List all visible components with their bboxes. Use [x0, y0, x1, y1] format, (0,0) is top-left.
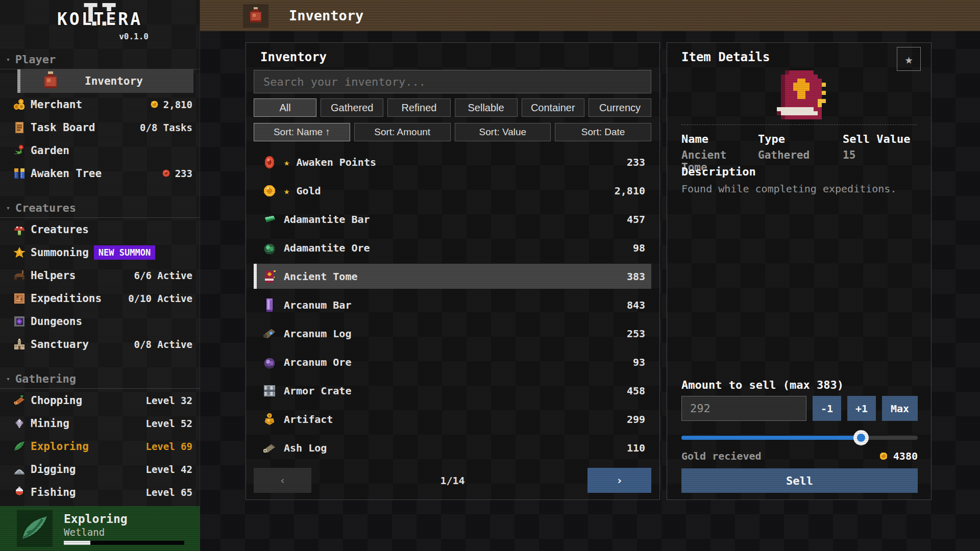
- new-summon-badge: NEW SUMMON: [94, 245, 155, 260]
- next-page-button[interactable]: ›: [587, 468, 651, 493]
- item-row-adamantite-bar[interactable]: Adamantite Bar457: [254, 207, 651, 232]
- item-amount: 383: [627, 270, 645, 283]
- section-header-player[interactable]: ▾Player: [0, 52, 200, 69]
- sort-button-sort-amount[interactable]: Sort: Amount: [354, 123, 451, 141]
- sell-button[interactable]: Sell: [681, 468, 918, 493]
- gold-received-label: Gold recieved: [681, 450, 762, 462]
- favorite-star-button[interactable]: ★: [897, 47, 921, 71]
- sidebar-item-inventory[interactable]: Inventory: [17, 69, 193, 93]
- description-block: Description Found while completing exped…: [681, 165, 917, 195]
- sidebar-item-label: Chopping: [31, 394, 82, 407]
- filter-tab-refined[interactable]: Refined: [387, 98, 450, 117]
- sidebar-item-task-board[interactable]: Task Board0/8 Tasks: [0, 116, 200, 139]
- filter-tab-currency[interactable]: Currency: [589, 98, 651, 117]
- inventory-panel: Inventory AllGatheredRefinedSellableCont…: [246, 42, 660, 500]
- activity-location: Wetland: [64, 527, 184, 538]
- item-name: Arcanum Log: [284, 328, 351, 340]
- sidebar-item-creatures[interactable]: Creatures: [0, 218, 200, 241]
- amount-slider[interactable]: [681, 430, 918, 445]
- sidebar-item-helpers[interactable]: Helpers6/6 Active: [0, 264, 200, 287]
- item-amount: 2,810: [615, 185, 645, 197]
- chevron-down-icon: ▾: [6, 204, 10, 212]
- sidebar-item-dungeons[interactable]: Dungeons: [0, 310, 200, 333]
- amount-input[interactable]: [681, 396, 806, 421]
- sidebar-item-awaken-tree[interactable]: Awaken Tree233: [0, 162, 200, 185]
- sidebar-item-value: Level 52: [145, 418, 192, 429]
- item-name: Ash Log: [284, 442, 327, 454]
- summon-star-icon: [13, 246, 26, 259]
- sidebar-item-label: Exploring: [31, 440, 89, 453]
- sidebar-item-value: Level 42: [145, 464, 192, 475]
- search-input[interactable]: [254, 70, 651, 93]
- section-label: Creatures: [15, 202, 76, 214]
- item-amount: 299: [627, 413, 645, 425]
- activity-title: Exploring: [64, 512, 184, 525]
- sidebar-section-creatures: ▾CreaturesCreaturesSummoningNEW SUMMONHe…: [0, 201, 200, 356]
- sidebar-item-sanctuary[interactable]: Sanctuary0/8 Active: [0, 333, 200, 356]
- type-label: Type: [758, 133, 843, 145]
- item-list: ★Awaken Points233★Gold2,810Adamantite Ba…: [254, 149, 651, 464]
- description-label: Description: [681, 165, 917, 178]
- arcanum-bar-icon: [262, 297, 277, 313]
- sidebar-item-value: 0/8 Tasks: [140, 122, 192, 133]
- sidebar-item-merchant[interactable]: Merchant2,810: [0, 93, 200, 116]
- sidebar-item-label: Dungeons: [31, 315, 82, 328]
- activity-banner[interactable]: Exploring Wetland: [0, 506, 200, 551]
- item-row-adamantite-ore[interactable]: Adamantite Ore98: [254, 235, 651, 260]
- sidebar-item-garden[interactable]: Garden: [0, 139, 200, 162]
- amount-to-sell-label: Amount to sell (max 383): [681, 379, 918, 391]
- sidebar-item-label: Sanctuary: [31, 338, 89, 350]
- map-icon: [13, 292, 26, 305]
- flower-icon: [13, 144, 26, 157]
- filter-tab-container[interactable]: Container: [522, 98, 584, 117]
- item-details-title: Item Details: [681, 50, 931, 64]
- item-row-arcanum-log[interactable]: Arcanum Log253: [254, 321, 651, 346]
- item-amount: 233: [627, 156, 645, 168]
- sidebar-item-summoning[interactable]: SummoningNEW SUMMON: [0, 241, 200, 264]
- item-row-ancient-tome[interactable]: Ancient Tome383: [254, 264, 651, 289]
- sidebar-item-fishing[interactable]: FishingLevel 65: [0, 481, 200, 504]
- sidebar: II KOLTERA v0.1.0 ▾PlayerInventoryMercha…: [0, 0, 200, 551]
- item-row-gold[interactable]: ★Gold2,810: [254, 178, 651, 203]
- max-button[interactable]: Max: [882, 396, 918, 421]
- app-window: II KOLTERA v0.1.0 ▾PlayerInventoryMercha…: [0, 0, 980, 551]
- filter-tab-all[interactable]: All: [254, 98, 316, 117]
- sidebar-item-label: Merchant: [31, 98, 82, 111]
- description-text: Found while completing expeditions.: [681, 183, 917, 195]
- item-name: Ancient Tome: [284, 270, 358, 283]
- sell-block: Amount to sell (max 383) -1 +1 Max Gold …: [681, 379, 918, 493]
- favorite-star-icon: ★: [284, 157, 289, 168]
- sidebar-item-label: Task Board: [31, 121, 95, 134]
- item-row-arcanum-bar[interactable]: Arcanum Bar843: [254, 292, 651, 317]
- item-row-armor-crate[interactable]: Armor Crate458: [254, 378, 651, 403]
- sidebar-item-label: Garden: [31, 144, 69, 157]
- taskboard-icon: [13, 121, 26, 134]
- sort-button-sort-name[interactable]: Sort: Name ↑: [254, 123, 350, 141]
- minus-one-button[interactable]: -1: [813, 396, 841, 421]
- sidebar-item-mining[interactable]: MiningLevel 52: [0, 412, 200, 435]
- section-header-gathering[interactable]: ▾Gathering: [0, 371, 200, 389]
- mushroom-icon: [13, 223, 26, 236]
- item-row-awaken-points[interactable]: ★Awaken Points233: [254, 149, 651, 174]
- sidebar-item-digging[interactable]: DiggingLevel 42: [0, 458, 200, 481]
- slider-handle[interactable]: [853, 430, 869, 445]
- item-row-arcanum-ore[interactable]: Arcanum Ore93: [254, 349, 651, 374]
- sidebar-item-exploring[interactable]: ExploringLevel 69: [0, 435, 200, 458]
- sidebar-item-expeditions[interactable]: Expeditions0/10 Active: [0, 287, 200, 310]
- prev-page-button[interactable]: ‹: [254, 468, 311, 493]
- plus-one-button[interactable]: +1: [847, 396, 876, 421]
- filter-tab-sellable[interactable]: Sellable: [455, 98, 518, 117]
- sidebar-item-chopping[interactable]: ChoppingLevel 32: [0, 389, 200, 412]
- gold-coin-icon: [150, 99, 159, 109]
- sort-button-sort-value[interactable]: Sort: Value: [455, 123, 551, 141]
- item-amount: 843: [627, 299, 645, 311]
- section-header-creatures[interactable]: ▾Creatures: [0, 201, 200, 218]
- item-row-artifact[interactable]: Artifact299: [254, 407, 651, 432]
- item-row-ash-log[interactable]: Ash Log110: [254, 435, 651, 460]
- section-label: Gathering: [15, 372, 76, 385]
- gold-received-value: 4380: [893, 450, 918, 462]
- sidebar-section-player: ▾PlayerInventoryMerchant2,810Task Board0…: [0, 52, 200, 185]
- filter-tab-gathered[interactable]: Gathered: [321, 98, 383, 117]
- awaken-points-icon: [262, 155, 277, 170]
- sort-button-sort-date[interactable]: Sort: Date: [555, 123, 651, 141]
